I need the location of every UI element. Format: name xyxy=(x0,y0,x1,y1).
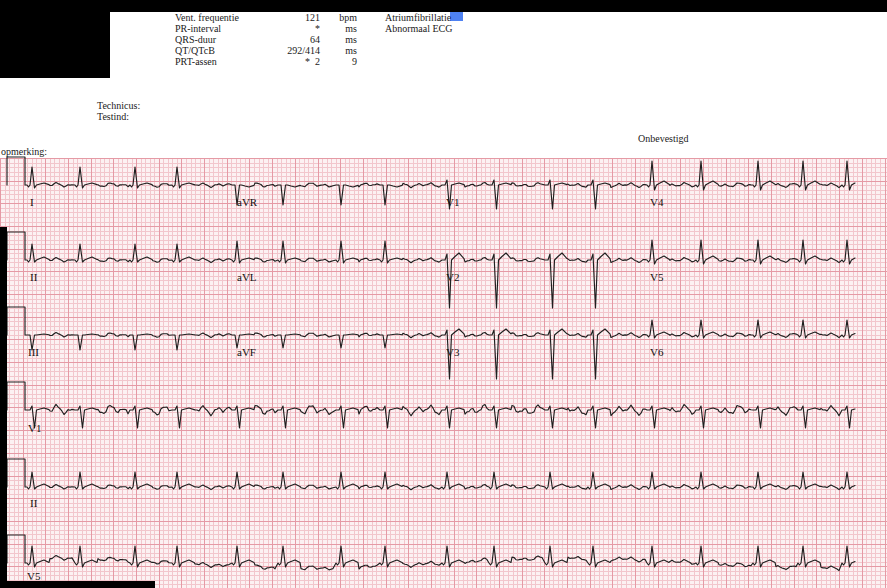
measurement-value: 121 xyxy=(272,12,320,23)
interpretation-line-abnormaal-ecg[interactable]: Abnormaal ECG xyxy=(385,23,453,34)
measurement-unit: ms xyxy=(320,45,357,56)
measurement-label: Vent. frequentie xyxy=(175,12,272,23)
measurement-row: QT/QTcB 292/414 ms xyxy=(175,45,357,56)
measurement-row: PR-interval * ms xyxy=(175,23,357,34)
ecg-report-page: IaVRV1V4IIaVLV2V5IIIaVFV3V6V1IIV5 Vent. … xyxy=(0,0,887,588)
measurement-value: * xyxy=(272,23,320,34)
ecg-trace-row xyxy=(7,459,855,490)
measurement-label: PRT-assen xyxy=(175,56,272,67)
ecg-trace-row xyxy=(7,232,855,308)
technician-label: Technicus: xyxy=(97,100,140,111)
ecg-trace-row xyxy=(7,157,855,209)
measurement-unit: bpm xyxy=(320,12,357,23)
comment-label: opmerking: xyxy=(1,146,47,157)
frame-top-left-block xyxy=(0,0,110,78)
measurement-row: QRS-duur 64 ms xyxy=(175,34,357,45)
measurement-unit: ms xyxy=(320,23,357,34)
measurement-value: 292/414 xyxy=(272,45,320,56)
frame-left-bar xyxy=(0,227,7,588)
test-indication-label: Testind: xyxy=(97,111,140,122)
measurement-label: QRS-duur xyxy=(175,34,272,45)
ecg-trace-row xyxy=(7,535,855,571)
ecg-trace-row xyxy=(7,382,855,428)
measurement-value: 64 xyxy=(272,34,320,45)
measurement-value: * 2 xyxy=(272,56,320,67)
status-unconfirmed-label: Onbevestigd xyxy=(638,133,689,144)
measurement-unit: 9 xyxy=(320,56,357,67)
ecg-trace-row xyxy=(7,307,855,379)
measurement-unit: ms xyxy=(320,34,357,45)
frame-bottom-left-bar xyxy=(0,581,155,588)
measurement-label: PR-interval xyxy=(175,23,272,34)
measurement-row: PRT-assen * 2 9 xyxy=(175,56,357,67)
interpretation-panel: Atriumfibrillatie Abnormaal ECG xyxy=(385,12,453,34)
ecg-waveforms xyxy=(0,0,887,588)
interpretation-line-atriumfibrillatie[interactable]: Atriumfibrillatie xyxy=(385,12,453,23)
measurement-row: Vent. frequentie 121 bpm xyxy=(175,12,357,23)
measurement-label: QT/QTcB xyxy=(175,45,272,56)
frame-top-bar xyxy=(0,0,887,12)
measurements-panel: Vent. frequentie 121 bpm PR-interval * m… xyxy=(175,12,357,67)
technician-block: Technicus: Testind: xyxy=(97,100,140,122)
